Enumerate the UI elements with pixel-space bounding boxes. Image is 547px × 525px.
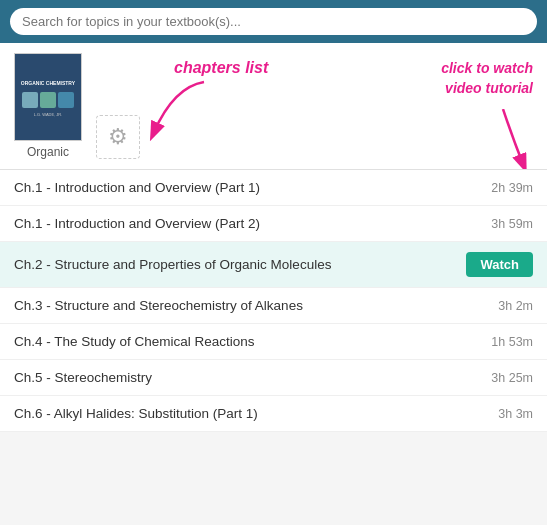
book-item[interactable]: ORGANIC CHEMISTRY L.G. WADE, JR. Organic <box>14 53 82 159</box>
chapter-row[interactable]: Ch.2 - Structure and Properties of Organ… <box>0 242 547 288</box>
chapter-duration: 3h 2m <box>498 299 533 313</box>
book-img-3 <box>58 92 74 108</box>
chapter-duration: 3h 3m <box>498 407 533 421</box>
chapter-row[interactable]: Ch.3 - Structure and Stereochemistry of … <box>0 288 547 324</box>
search-bar <box>0 0 547 43</box>
arrow-chapters-icon <box>144 77 224 147</box>
arrow-watch-icon <box>473 109 533 169</box>
chapter-row[interactable]: Ch.1 - Introduction and Overview (Part 2… <box>0 206 547 242</box>
chapter-title: Ch.6 - Alkyl Halides: Substitution (Part… <box>14 406 488 421</box>
book-img-1 <box>22 92 38 108</box>
chapters-list: Ch.1 - Introduction and Overview (Part 1… <box>0 170 547 432</box>
books-section: ORGANIC CHEMISTRY L.G. WADE, JR. Organic… <box>0 43 547 170</box>
chapter-title: Ch.1 - Introduction and Overview (Part 2… <box>14 216 481 231</box>
chapter-duration: 1h 53m <box>491 335 533 349</box>
chapter-title: Ch.2 - Structure and Properties of Organ… <box>14 257 466 272</box>
book-cover: ORGANIC CHEMISTRY L.G. WADE, JR. <box>14 53 82 141</box>
book-label: Organic <box>27 145 69 159</box>
watch-button[interactable]: Watch <box>466 252 533 277</box>
chapter-row[interactable]: Ch.6 - Alkyl Halides: Substitution (Part… <box>0 396 547 432</box>
book-title-text: ORGANIC CHEMISTRY <box>19 78 77 88</box>
annotation-watch-video: click to watch video tutorial <box>441 59 533 98</box>
chapter-title: Ch.3 - Structure and Stereochemistry of … <box>14 298 488 313</box>
gear-icon[interactable]: ⚙ <box>96 115 140 159</box>
annotation-chapters-list: chapters list <box>174 59 268 77</box>
chapter-row[interactable]: Ch.5 - Stereochemistry3h 25m <box>0 360 547 396</box>
chapter-row[interactable]: Ch.4 - The Study of Chemical Reactions1h… <box>0 324 547 360</box>
search-input[interactable] <box>10 8 537 35</box>
chapter-duration: 3h 59m <box>491 217 533 231</box>
chapter-row[interactable]: Ch.1 - Introduction and Overview (Part 1… <box>0 170 547 206</box>
chapter-duration: 2h 39m <box>491 181 533 195</box>
chapter-title: Ch.4 - The Study of Chemical Reactions <box>14 334 481 349</box>
book-author-text: L.G. WADE, JR. <box>34 112 63 117</box>
chapter-title: Ch.5 - Stereochemistry <box>14 370 481 385</box>
chapter-duration: 3h 25m <box>491 371 533 385</box>
book-img-2 <box>40 92 56 108</box>
chapter-title: Ch.1 - Introduction and Overview (Part 1… <box>14 180 481 195</box>
